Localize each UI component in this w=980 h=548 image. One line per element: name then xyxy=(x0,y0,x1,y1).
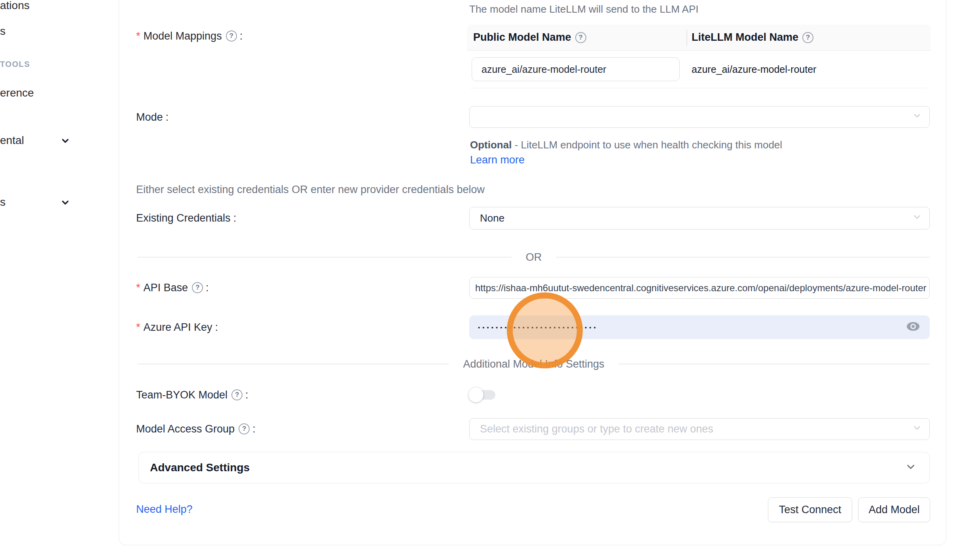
mode-hint: Optional - LiteLLM endpoint to use when … xyxy=(470,137,789,167)
advanced-settings-panel[interactable]: Advanced Settings xyxy=(138,452,930,484)
required-mark: * xyxy=(136,282,140,294)
advanced-settings-label: Advanced Settings xyxy=(150,461,250,474)
help-icon[interactable]: ? xyxy=(802,32,813,43)
eye-icon[interactable] xyxy=(906,321,920,334)
model-access-group-label: Model Access Group ? : xyxy=(136,422,256,436)
azure-api-key-label: * Azure API Key : xyxy=(136,320,218,334)
or-divider: OR xyxy=(138,252,930,263)
litellm-model-name-value: azure_ai/azure-model-router xyxy=(692,51,816,88)
need-help-link[interactable]: Need Help? xyxy=(136,503,193,516)
column-divider xyxy=(686,30,687,46)
test-connect-button[interactable]: Test Connect xyxy=(768,497,852,522)
help-icon[interactable]: ? xyxy=(192,282,203,293)
mode-select[interactable] xyxy=(469,106,930,128)
api-base-label: * API Base ? : xyxy=(136,281,209,295)
required-mark: * xyxy=(136,30,140,42)
existing-credentials-value: None xyxy=(480,212,504,224)
click-highlight-circle xyxy=(507,292,583,368)
chevron-down-icon xyxy=(905,461,917,474)
chevron-down-icon xyxy=(912,110,922,123)
sidebar-item-organizations[interactable]: ations xyxy=(0,0,30,12)
add-model-page: ations s TOOLS erence ental s The model … xyxy=(0,0,980,548)
existing-credentials-label: Existing Credentials : xyxy=(136,211,236,225)
col-litellm-model-name: LiteLLM Model Name ? xyxy=(686,31,813,44)
required-mark: * xyxy=(136,321,140,334)
chevron-down-icon[interactable] xyxy=(60,136,70,148)
sidebar-item-experimental[interactable]: ental xyxy=(0,134,24,147)
model-access-group-placeholder: Select existing groups or type to create… xyxy=(480,423,713,435)
table-row: azure_ai/azure-model-router azure_ai/azu… xyxy=(467,51,931,88)
model-mappings-table: Public Model Name ? LiteLLM Model Name ?… xyxy=(467,25,931,88)
existing-credentials-select[interactable]: None xyxy=(469,207,930,229)
chevron-down-icon xyxy=(912,212,922,225)
public-model-name-input[interactable]: azure_ai/azure-model-router xyxy=(472,57,680,81)
col-public-model-name: Public Model Name ? xyxy=(467,31,686,44)
sidebar-section-tools: TOOLS xyxy=(0,60,30,69)
learn-more-link[interactable]: Learn more xyxy=(470,154,525,166)
add-model-button[interactable]: Add Model xyxy=(858,497,930,522)
model-access-group-select[interactable]: Select existing groups or type to create… xyxy=(469,418,930,440)
table-header-row: Public Model Name ? LiteLLM Model Name ? xyxy=(467,25,931,51)
help-icon[interactable]: ? xyxy=(239,423,250,434)
credentials-note: Either select existing credentials OR en… xyxy=(136,184,485,196)
chevron-down-icon[interactable] xyxy=(60,197,70,209)
chevron-down-icon xyxy=(912,423,922,436)
team-byok-label: Team-BYOK Model ? : xyxy=(136,388,248,402)
team-byok-toggle-knob[interactable] xyxy=(468,387,483,402)
or-text: OR xyxy=(526,251,542,264)
mode-label: Mode : xyxy=(136,110,169,124)
model-mappings-label: * Model Mappings ? : xyxy=(136,29,243,43)
model-name-hint: The model name LiteLLM will send to the … xyxy=(469,3,699,15)
help-icon[interactable]: ? xyxy=(575,32,586,43)
help-icon[interactable]: ? xyxy=(231,389,243,400)
sidebar-item-settings[interactable]: s xyxy=(0,196,6,209)
help-icon[interactable]: ? xyxy=(226,30,237,42)
sidebar-item-models[interactable]: s xyxy=(0,25,6,38)
sidebar-item-inference[interactable]: erence xyxy=(0,87,34,99)
